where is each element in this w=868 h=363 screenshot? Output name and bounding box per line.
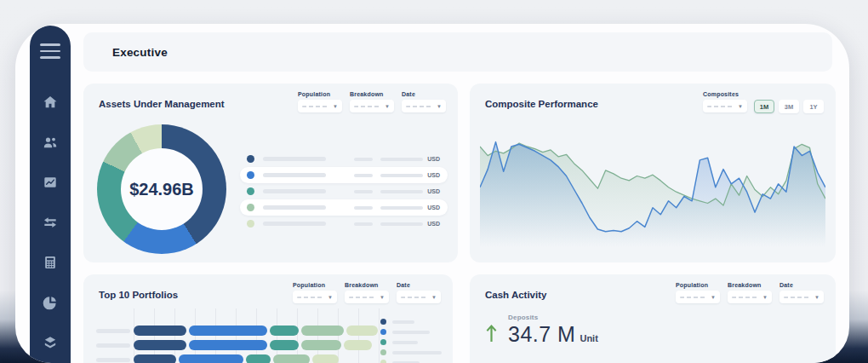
portfolio-name-placeholder: [96, 329, 130, 333]
legend-value-placeholder: [354, 158, 373, 161]
legend-value-placeholder: [354, 190, 373, 193]
sidebar-item-layers[interactable]: [41, 334, 60, 351]
top10-legend-row: [380, 339, 442, 345]
top10-legend-row: [380, 360, 442, 363]
legend-name-placeholder: [392, 331, 430, 334]
portfolio-name-placeholder: [96, 358, 130, 362]
composite-filter-composites: Composites▼: [703, 91, 747, 112]
bar-segment-pale: [312, 354, 339, 363]
bar-segment-teal: [270, 326, 299, 336]
pie-chart-icon: [42, 294, 59, 311]
aum-breakdown-dropdown[interactable]: ▼: [350, 100, 394, 112]
aum-legend-row[interactable]: USD: [240, 183, 448, 199]
top10-filter-population: Population▼: [293, 282, 337, 303]
legend-dot: [380, 339, 386, 345]
top10-population-dropdown[interactable]: ▼: [293, 291, 337, 303]
dropdown-placeholder: [707, 106, 733, 107]
legend-name-placeholder: [392, 320, 414, 324]
cash-breakdown-dropdown[interactable]: ▼: [728, 291, 772, 303]
top10-date-dropdown[interactable]: ▼: [397, 291, 441, 303]
aum-total-value: $24.96B: [97, 124, 226, 254]
aum-filters: Population▼Breakdown▼Date▼: [298, 91, 446, 112]
portfolio-bar-row[interactable]: [96, 354, 380, 363]
bar-segment-sage: [301, 326, 344, 336]
currency-label: USD: [427, 188, 440, 194]
dropdown-placeholder: [354, 106, 380, 107]
page-title: Executive: [112, 46, 168, 59]
legend-name-placeholder: [263, 157, 326, 161]
composite-card-title: Composite Performance: [485, 99, 598, 109]
sidebar-item-portfolios[interactable]: [41, 174, 60, 191]
top10-breakdown-dropdown[interactable]: ▼: [345, 291, 389, 303]
chevron-down-icon: ▼: [738, 104, 743, 109]
bar-segment-teal: [246, 354, 271, 363]
legend-name-placeholder: [263, 205, 326, 210]
portfolio-bar-row[interactable]: [96, 340, 380, 350]
bar-segment-pale: [346, 326, 378, 336]
sidebar-item-home[interactable]: [41, 94, 60, 111]
filter-label: Date: [402, 91, 446, 97]
cash-filter-date: Date▼: [779, 282, 824, 303]
cash-population-dropdown[interactable]: ▼: [676, 291, 720, 303]
aum-legend-row[interactable]: USD: [240, 199, 448, 216]
page-header: Executive: [83, 32, 832, 72]
main-panel: Executive Assets Under Management Popula…: [15, 24, 849, 363]
bar-segment-blue: [189, 340, 267, 350]
composite-filters: Composites▼: [703, 91, 747, 112]
filter-label: Population: [293, 282, 337, 288]
filter-label: Date: [779, 282, 824, 288]
aum-date-dropdown[interactable]: ▼: [402, 100, 446, 112]
chevron-down-icon: ▼: [328, 295, 333, 300]
top10-legend: [380, 319, 442, 363]
range-button-1y[interactable]: 1Y: [803, 100, 824, 113]
aum-legend: USDUSDUSDUSDUSD: [240, 151, 448, 232]
aum-population-dropdown[interactable]: ▼: [298, 100, 342, 112]
calculator-icon: [42, 254, 59, 271]
legend-value-placeholder: [354, 222, 373, 226]
deposits-value: 34.7 M: [508, 322, 575, 347]
aum-legend-row[interactable]: USD: [240, 216, 448, 232]
dropdown-placeholder: [732, 297, 757, 298]
currency-label: USD: [427, 172, 440, 178]
top10-bar-chart[interactable]: [96, 326, 380, 363]
currency-label: USD: [427, 221, 440, 227]
filter-label: Population: [298, 91, 342, 97]
top10-filters: Population▼Breakdown▼Date▼: [293, 282, 441, 303]
currency-label: USD: [427, 156, 440, 162]
portfolio-name-placeholder: [96, 343, 130, 348]
menu-icon[interactable]: [40, 43, 60, 60]
top10-portfolios-card: Top 10 Portfolios Population▼Breakdown▼D…: [83, 274, 453, 363]
cash-date-dropdown[interactable]: ▼: [779, 291, 824, 303]
aum-legend-row[interactable]: USD: [240, 167, 448, 183]
bar-segment-navy: [134, 354, 176, 363]
sidebar-item-calculator[interactable]: [41, 254, 60, 271]
up-arrow-icon: [485, 324, 498, 343]
aum-legend-row[interactable]: USD: [240, 151, 448, 167]
legend-dot: [247, 171, 254, 179]
aum-card-title: Assets Under Management: [99, 99, 225, 109]
composite-composites-dropdown[interactable]: ▼: [703, 100, 747, 112]
portfolio-bar-row[interactable]: [96, 326, 380, 336]
chevron-down-icon: ▼: [380, 295, 385, 300]
legend-name-placeholder: [392, 351, 442, 354]
currency-label: USD: [427, 205, 440, 210]
legend-dot: [380, 329, 386, 335]
chevron-down-icon: ▼: [385, 104, 390, 109]
legend-amount-placeholder: [380, 158, 423, 161]
page-background: Executive Assets Under Management Popula…: [0, 0, 868, 363]
chevron-down-icon: ▼: [814, 295, 819, 300]
sidebar-item-analytics[interactable]: [41, 294, 60, 311]
top10-filter-breakdown: Breakdown▼: [345, 282, 389, 303]
sidebar-item-transfers[interactable]: [41, 214, 60, 231]
filter-label: Breakdown: [345, 282, 389, 288]
range-button-1m[interactable]: 1M: [754, 100, 774, 113]
cash-filter-breakdown: Breakdown▼: [728, 282, 772, 303]
sidebar: [30, 26, 71, 363]
composite-area-chart[interactable]: [480, 123, 825, 252]
sidebar-item-clients[interactable]: [41, 134, 60, 151]
aum-donut-chart[interactable]: $24.96B: [97, 124, 226, 254]
legend-value-placeholder: [354, 206, 373, 210]
legend-dot: [247, 155, 254, 163]
composite-range-buttons: 1M3M1Y: [754, 100, 824, 113]
range-button-3m[interactable]: 3M: [779, 100, 799, 113]
